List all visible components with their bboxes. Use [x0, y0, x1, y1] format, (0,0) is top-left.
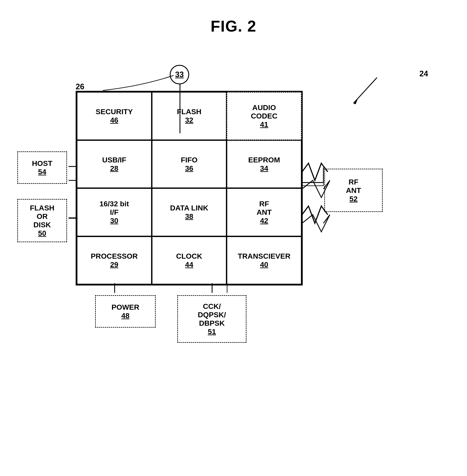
cell-rfant-inner-ref: 42 [260, 216, 268, 225]
cell-transciever-ref: 40 [260, 260, 268, 269]
cell-usbif-ref: 28 [110, 164, 118, 172]
cell-rfant-inner-label: RFANT [257, 200, 272, 216]
cell-clock-label: CLOCK [176, 252, 202, 260]
cell-security-label: SECURITY [96, 107, 133, 116]
cell-clock-ref: 44 [185, 260, 193, 269]
cell-processor: PROCESSOR 29 [77, 236, 152, 285]
ext-cck-ref: 51 [208, 327, 216, 336]
cell-datalink-label: DATA LINK [170, 204, 208, 212]
cell-fifo-ref: 36 [185, 164, 193, 172]
ext-rfant-ref: 52 [349, 195, 358, 203]
label-26: 26 [76, 82, 84, 91]
cell-security-ref: 46 [110, 116, 118, 124]
ext-rfant-label: RFANT [346, 178, 361, 195]
cell-datalink-ref: 38 [185, 212, 193, 221]
ext-flash-disk-label: FLASHORDISK [30, 204, 54, 229]
ext-rfant: RFANT 52 [324, 169, 383, 212]
node-33: 33 [170, 65, 189, 84]
cell-bit1632-ref: 30 [110, 216, 118, 225]
cell-usbif-label: USB/IF [102, 156, 126, 164]
diagram: 26 24 33 SECURITY 46 FLASH 32 AUDIOCODEC… [0, 48, 467, 476]
cell-processor-ref: 29 [110, 260, 118, 269]
cell-bit1632-label: 16/32 bitI/F [99, 200, 129, 216]
ext-flash-disk: FLASHORDISK 50 [17, 199, 67, 242]
ext-power: POWER 48 [95, 295, 156, 328]
cell-bit1632: 16/32 bitI/F 30 [77, 188, 152, 236]
ext-cck-label: CCK/DQPSK/DBPSK [198, 302, 226, 327]
svg-line-1 [353, 78, 377, 103]
label-24: 24 [419, 69, 428, 78]
ext-flash-disk-ref: 50 [38, 229, 46, 238]
page-title: FIG. 2 [0, 0, 467, 35]
cell-audio-codec: AUDIOCODEC 41 [227, 92, 302, 140]
cell-usbif: USB/IF 28 [77, 140, 152, 188]
cell-eeprom-ref: 34 [260, 164, 268, 172]
cell-transciever: TRANSCIEVER 40 [227, 236, 302, 285]
ext-host-label: HOST [32, 159, 52, 168]
ext-cck: CCK/DQPSK/DBPSK 51 [177, 295, 246, 343]
cell-rfant-inner: RFANT 42 [227, 188, 302, 236]
cell-flash: FLASH 32 [152, 92, 227, 140]
cell-processor-label: PROCESSOR [91, 252, 138, 260]
svg-marker-2 [353, 99, 358, 105]
cell-audio-codec-ref: 41 [260, 120, 268, 129]
cell-datalink: DATA LINK 38 [152, 188, 227, 236]
cell-audio-codec-label: AUDIOCODEC [251, 103, 277, 120]
ext-power-ref: 48 [121, 311, 130, 320]
chip-block: SECURITY 46 FLASH 32 AUDIOCODEC 41 USB/I… [76, 91, 303, 285]
cell-security: SECURITY 46 [77, 92, 152, 140]
cell-clock: CLOCK 44 [152, 236, 227, 285]
ext-power-label: POWER [112, 303, 139, 311]
ext-host-ref: 54 [38, 168, 46, 176]
cell-fifo: FIFO 36 [152, 140, 227, 188]
cell-eeprom-label: EEPROM [248, 156, 280, 164]
cell-transciever-label: TRANSCIEVER [238, 252, 291, 260]
cell-flash-ref: 32 [185, 116, 193, 124]
cell-fifo-label: FIFO [181, 156, 197, 164]
cell-eeprom: EEPROM 34 [227, 140, 302, 188]
cell-flash-label: FLASH [177, 107, 201, 116]
ext-host: HOST 54 [17, 151, 67, 184]
